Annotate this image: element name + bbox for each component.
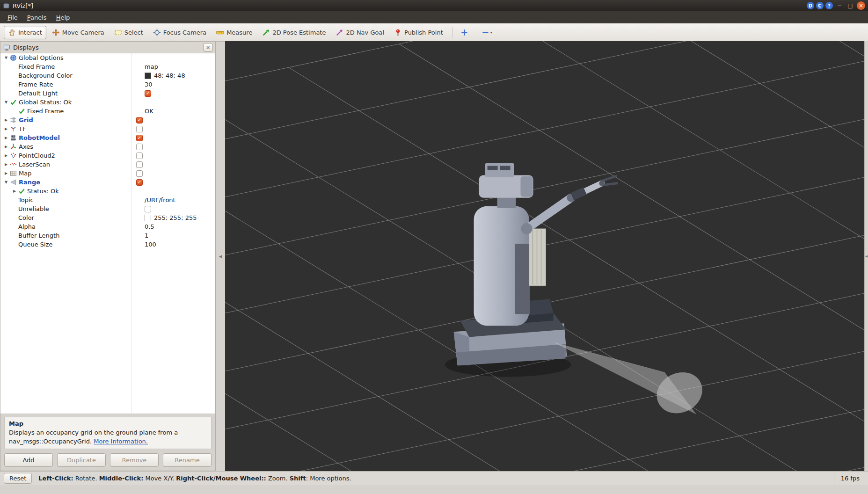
property-value[interactable]: [133, 161, 215, 168]
property-value[interactable]: [142, 206, 215, 212]
tool-focus-camera[interactable]: Focus Camera: [149, 26, 211, 39]
tool-interact[interactable]: Interact: [4, 26, 46, 39]
tree-row-laserscan[interactable]: ▶LaserScan: [0, 160, 215, 169]
add-button[interactable]: Add: [4, 453, 53, 467]
checkbox-unchecked[interactable]: [136, 153, 143, 159]
tool-2d-pose-estimate[interactable]: 2D Pose Estimate: [258, 26, 330, 39]
checkbox-unchecked[interactable]: [136, 170, 143, 177]
expand-right-arrow-icon[interactable]: ◀: [865, 254, 868, 258]
property-value[interactable]: 48; 48; 48: [142, 72, 215, 79]
tree-row-buffer-length[interactable]: Buffer Length1: [0, 231, 215, 240]
tool-2d-nav-goal[interactable]: 2D Nav Goal: [331, 26, 388, 39]
rviz-window: { "window": { "title": "RViz[*]", "indic…: [0, 0, 868, 494]
property-label: Fixed Frame: [27, 108, 64, 115]
collapsed-arrow-icon[interactable]: ▶: [11, 189, 18, 193]
more-information-link[interactable]: More Information.: [94, 438, 148, 445]
expanded-arrow-icon[interactable]: ▼: [2, 100, 10, 104]
add-tool-button[interactable]: [457, 26, 472, 39]
right-panel-strip[interactable]: ◀: [864, 41, 868, 471]
tool-select[interactable]: Select: [110, 26, 147, 39]
displays-panel-header[interactable]: Displays ×: [0, 42, 215, 53]
tree-row-tf[interactable]: ▶TF: [0, 124, 215, 133]
checkbox-checked[interactable]: ✓: [136, 117, 143, 124]
property-value[interactable]: 30: [142, 81, 215, 88]
indicator-icon-3[interactable]: ?: [825, 2, 833, 9]
collapse-left-arrow-icon[interactable]: ◀: [219, 254, 222, 259]
tree-row-grid[interactable]: ▶Grid✓: [0, 116, 215, 124]
menu-file[interactable]: File: [3, 12, 22, 23]
property-value[interactable]: 100: [142, 241, 215, 248]
panel-close-button[interactable]: ×: [204, 43, 212, 52]
property-value[interactable]: 255; 255; 255: [142, 214, 215, 221]
checkbox-unchecked[interactable]: [136, 126, 143, 132]
minimize-button[interactable]: −: [835, 1, 844, 10]
tree-row-background-color[interactable]: Background Color48; 48; 48: [0, 71, 215, 80]
tool-move-camera[interactable]: Move Camera: [48, 26, 109, 39]
tree-row-range[interactable]: ▼Range✓: [0, 178, 215, 187]
color-swatch[interactable]: [145, 73, 151, 79]
collapsed-arrow-icon[interactable]: ▶: [2, 145, 10, 149]
color-swatch[interactable]: [145, 215, 151, 221]
tree-row-fixed-frame[interactable]: Fixed FrameOK: [0, 107, 215, 116]
tree-row-global-options[interactable]: ▼Global Options: [0, 53, 215, 62]
collapsed-arrow-icon[interactable]: ▶: [2, 153, 10, 158]
expanded-arrow-icon[interactable]: ▼: [2, 56, 10, 60]
tree-row-unreliable[interactable]: Unreliable: [0, 204, 215, 213]
expanded-arrow-icon[interactable]: ▼: [2, 180, 10, 184]
panel-splitter[interactable]: ◀: [216, 41, 225, 471]
indicator-icon-2[interactable]: C: [816, 2, 824, 9]
checkbox-unchecked[interactable]: [136, 144, 143, 150]
tool-measure[interactable]: Measure: [212, 26, 256, 39]
tree-row-global-status-ok[interactable]: ▼Global Status: Ok: [0, 98, 215, 107]
property-value[interactable]: ✓: [133, 117, 215, 124]
property-value[interactable]: 0.5: [142, 223, 215, 230]
tree-row-pointcloud2[interactable]: ▶PointCloud2: [0, 151, 215, 160]
collapsed-arrow-icon[interactable]: ▶: [2, 127, 10, 131]
tree-row-queue-size[interactable]: Queue Size100: [0, 240, 215, 249]
property-value[interactable]: OK: [142, 108, 215, 115]
collapsed-arrow-icon[interactable]: ▶: [2, 136, 10, 140]
property-value[interactable]: ✓: [133, 179, 215, 186]
3d-scene[interactable]: [225, 41, 864, 471]
property-value[interactable]: [133, 153, 215, 159]
collapsed-arrow-icon[interactable]: ▶: [2, 118, 10, 122]
tree-row-color[interactable]: Color255; 255; 255: [0, 213, 215, 222]
remove-button[interactable]: Remove: [110, 453, 159, 467]
maximize-button[interactable]: □: [846, 1, 854, 10]
menu-help[interactable]: Help: [51, 12, 75, 23]
property-value[interactable]: [133, 126, 215, 132]
property-value[interactable]: 1: [142, 232, 215, 239]
property-value[interactable]: [133, 170, 215, 177]
tree-row-map[interactable]: ▶Map: [0, 169, 215, 178]
collapsed-arrow-icon[interactable]: ▶: [2, 171, 10, 175]
reset-button[interactable]: Reset: [4, 473, 32, 484]
remove-tool-button[interactable]: ▾: [478, 26, 496, 39]
collapsed-arrow-icon[interactable]: ▶: [2, 162, 10, 167]
property-value[interactable]: ✓: [142, 90, 215, 97]
checkbox-unchecked[interactable]: [136, 161, 143, 168]
tree-row-frame-rate[interactable]: Frame Rate30: [0, 80, 215, 89]
indicator-icon-1[interactable]: D: [807, 2, 814, 9]
property-value[interactable]: [133, 144, 215, 150]
tool-publish-point[interactable]: Publish Point: [390, 26, 447, 39]
property-value[interactable]: map: [142, 63, 215, 70]
tree-row-axes[interactable]: ▶Axes: [0, 142, 215, 151]
property-value[interactable]: ✓: [133, 135, 215, 141]
tree-row-status-ok[interactable]: ▶Status: Ok: [0, 187, 215, 196]
tool-label: Move Camera: [62, 29, 104, 36]
checkbox-checked[interactable]: ✓: [136, 179, 143, 186]
checkbox-unchecked[interactable]: [145, 206, 151, 212]
property-value[interactable]: /URF/front: [142, 196, 215, 203]
tree-row-alpha[interactable]: Alpha0.5: [0, 222, 215, 231]
close-button[interactable]: ×: [857, 1, 865, 10]
tree-row-topic[interactable]: Topic/URF/front: [0, 196, 215, 204]
3d-viewport[interactable]: [225, 41, 864, 471]
menu-panels[interactable]: Panels: [22, 12, 51, 23]
rename-button[interactable]: Rename: [163, 453, 212, 467]
tree-row-fixed-frame[interactable]: Fixed Framemap: [0, 62, 215, 71]
checkbox-checked[interactable]: ✓: [136, 135, 143, 141]
tree-row-robotmodel[interactable]: ▶RobotModel✓: [0, 133, 215, 142]
duplicate-button[interactable]: Duplicate: [57, 453, 106, 467]
checkbox-checked[interactable]: ✓: [145, 90, 151, 97]
tree-row-default-light[interactable]: Default Light✓: [0, 89, 215, 98]
